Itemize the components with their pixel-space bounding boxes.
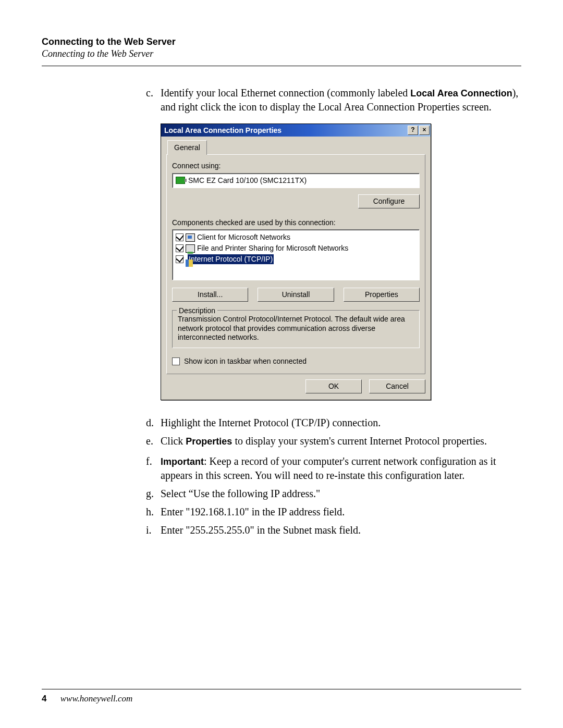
properties-button[interactable]: Properties	[344, 288, 420, 302]
step-text: Highlight the Internet Protocol (TCP/IP)…	[161, 416, 521, 430]
checkbox-icon[interactable]	[172, 357, 180, 365]
description-group: Description Transmission Control Protoco…	[172, 310, 420, 348]
configure-button[interactable]: Configure	[358, 194, 420, 208]
tab-general[interactable]: General	[167, 140, 207, 155]
ok-button[interactable]: OK	[305, 379, 362, 393]
step-e: e. Click Properties to display your syst…	[146, 434, 521, 448]
step-marker: c.	[146, 86, 161, 114]
tab-panel-general: Connect using: SMC EZ Card 10/100 (SMC12…	[166, 154, 425, 374]
page-footer: 4 www.honeywell.com	[42, 689, 521, 704]
step-d: d. Highlight the Internet Protocol (TCP/…	[146, 416, 521, 430]
dialog-footer: OK Cancel	[161, 379, 431, 400]
checkbox-icon[interactable]	[176, 255, 183, 263]
properties-dialog: Local Area Connection Properties ? × Gen…	[161, 124, 431, 400]
running-header-italic: Connecting to the Web Server	[42, 48, 521, 59]
cancel-button[interactable]: Cancel	[369, 379, 425, 393]
file-sharing-icon	[186, 244, 195, 253]
dialog-title: Local Area Connection Properties	[164, 126, 282, 135]
help-button[interactable]: ?	[408, 126, 418, 135]
network-adapter-icon	[176, 177, 185, 184]
install-button[interactable]: Install...	[172, 288, 248, 302]
step-h: h. Enter "192.168.1.10" in the IP addres…	[146, 505, 521, 519]
step-text: Enter "255.255.255.0" in the Subnet mask…	[161, 523, 521, 537]
uninstall-button[interactable]: Uninstall	[258, 288, 334, 302]
close-button[interactable]: ×	[419, 126, 430, 135]
running-header-bold: Connecting to the Web Server	[42, 36, 521, 47]
step-marker: d.	[146, 416, 161, 430]
show-icon-label: Show icon in taskbar when connected	[184, 356, 307, 366]
components-listbox[interactable]: Client for Microsoft Networks File and P…	[172, 229, 420, 280]
text-run: Identify your local Ethernet connection …	[161, 87, 410, 98]
step-marker: e.	[146, 434, 161, 448]
checkbox-icon[interactable]	[176, 244, 183, 252]
list-item-selected[interactable]: Internet Protocol (TCP/IP)	[176, 254, 416, 265]
text-run: Click	[161, 435, 186, 447]
step-g: g. Select “Use the following IP address.…	[146, 487, 521, 501]
step-f: f. Important: Keep a record of your comp…	[146, 454, 521, 483]
text-run: to display your system's current Interne…	[232, 435, 487, 447]
adapter-field[interactable]: SMC EZ Card 10/100 (SMC1211TX)	[172, 173, 420, 188]
step-text: Enter "192.168.1.10" in the IP address f…	[161, 505, 521, 519]
list-item-label: Internet Protocol (TCP/IP)	[188, 254, 274, 264]
step-text: Important: Keep a record of your compute…	[161, 454, 521, 483]
list-item[interactable]: Client for Microsoft Networks	[176, 232, 416, 243]
dialog-titlebar[interactable]: Local Area Connection Properties ? ×	[161, 124, 431, 137]
show-icon-row[interactable]: Show icon in taskbar when connected	[172, 356, 420, 366]
list-item-label: File and Printer Sharing for Microsoft N…	[197, 243, 348, 253]
inline-bold: Properties	[186, 436, 232, 447]
checkbox-icon[interactable]	[176, 233, 183, 241]
list-item-label: Client for Microsoft Networks	[197, 232, 290, 242]
description-text: Transmission Control Protocol/Internet P…	[178, 315, 414, 342]
step-c: c. Identify your local Ethernet connecti…	[146, 86, 521, 114]
inline-bold: Local Area Connection	[410, 88, 512, 98]
step-text: Click Properties to display your system'…	[161, 434, 521, 448]
step-text: Select “Use the following IP address."	[161, 487, 521, 501]
list-item[interactable]: File and Printer Sharing for Microsoft N…	[176, 243, 416, 254]
step-marker: h.	[146, 505, 161, 519]
connect-using-label: Connect using:	[172, 161, 420, 171]
components-label: Components checked are used by this conn…	[172, 218, 420, 228]
text-run: : Keep a record of your computer's curre…	[161, 455, 496, 481]
step-marker: i.	[146, 523, 161, 537]
client-icon	[186, 233, 195, 242]
screenshot-dialog-wrap: Local Area Connection Properties ? × Gen…	[161, 124, 521, 400]
step-text: Identify your local Ethernet connection …	[161, 86, 521, 114]
inline-bold: Important	[161, 456, 204, 467]
step-marker: f.	[146, 454, 161, 483]
body-column: c. Identify your local Ethernet connecti…	[146, 86, 521, 537]
step-i: i. Enter "255.255.255.0" in the Subnet m…	[146, 523, 521, 537]
description-title: Description	[177, 306, 217, 316]
adapter-name: SMC EZ Card 10/100 (SMC1211TX)	[188, 176, 307, 186]
header-rule	[42, 66, 521, 66]
step-marker: g.	[146, 487, 161, 501]
footer-url: www.honeywell.com	[60, 694, 133, 704]
page-number: 4	[42, 694, 46, 704]
